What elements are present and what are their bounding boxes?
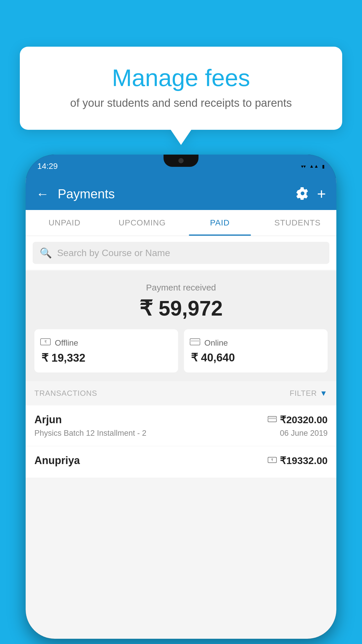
transaction-top: Anupriya ₹ ₹19332.00 xyxy=(34,454,328,467)
transaction-top: Arjun ₹20320.00 xyxy=(34,414,328,426)
transaction-amount-wrap: ₹20320.00 xyxy=(268,414,328,426)
back-button[interactable]: ← xyxy=(36,187,49,201)
filter-icon: ▼ xyxy=(320,389,328,398)
signal-icon: ▲▲ xyxy=(309,164,319,169)
online-payment-icon xyxy=(268,416,277,424)
payment-cards: ₹ Offline ₹ 19,332 xyxy=(34,329,328,372)
status-bar: 14:29 ▾▾ ▲▲ ▮ xyxy=(26,155,336,178)
search-input[interactable]: Search by Course or Name xyxy=(57,248,170,258)
table-row[interactable]: Arjun ₹20320.00 Physics Batch 12 Install… xyxy=(26,405,336,446)
payment-summary: Payment received ₹ 59,972 ₹ Offline xyxy=(26,271,336,381)
transaction-bottom: Physics Batch 12 Installment - 2 06 June… xyxy=(34,429,328,438)
app-screen: ← Payments + UNPAID UPCOMING PAID STUDEN… xyxy=(26,178,336,639)
table-row[interactable]: Anupriya ₹ ₹19332.00 xyxy=(26,446,336,478)
bubble-subtitle: of your students and send receipts to pa… xyxy=(34,97,328,109)
transaction-date: 06 June 2019 xyxy=(280,429,328,438)
rupee-icon-svg: ₹ xyxy=(268,456,277,463)
search-container: 🔍 Search by Course or Name xyxy=(26,236,336,270)
credit-card-icon xyxy=(190,337,200,348)
status-time: 14:29 xyxy=(37,162,58,171)
card-icon-svg xyxy=(268,416,277,423)
transaction-course: Physics Batch 12 Installment - 2 xyxy=(34,429,146,438)
search-icon: 🔍 xyxy=(40,247,52,259)
speech-bubble: Manage fees of your students and send re… xyxy=(20,47,342,130)
transaction-amount-wrap: ₹ ₹19332.00 xyxy=(268,455,328,466)
transaction-amount: ₹19332.00 xyxy=(280,455,328,466)
search-bar[interactable]: 🔍 Search by Course or Name xyxy=(33,242,329,264)
online-label: Online xyxy=(204,338,228,348)
camera-dot xyxy=(178,158,184,163)
svg-rect-3 xyxy=(190,340,200,342)
online-card: Online ₹ 40,640 xyxy=(184,329,328,372)
tabs-bar: UNPAID UPCOMING PAID STUDENTS xyxy=(26,210,336,236)
payment-received-label: Payment received xyxy=(34,283,328,293)
phone-notch xyxy=(164,155,198,167)
transaction-name: Anupriya xyxy=(34,454,80,467)
svg-text:₹: ₹ xyxy=(44,340,47,344)
status-icons: ▾▾ ▲▲ ▮ xyxy=(301,164,325,169)
svg-rect-5 xyxy=(268,418,277,419)
settings-icon[interactable] xyxy=(296,187,309,201)
transactions-label: TRANSACTIONS xyxy=(34,389,97,398)
wifi-icon: ▾▾ xyxy=(301,164,306,169)
offline-amount: ₹ 19,332 xyxy=(40,351,172,364)
payment-total-amount: ₹ 59,972 xyxy=(34,296,328,321)
add-button[interactable]: + xyxy=(317,185,326,203)
offline-card-header: ₹ Offline xyxy=(40,337,172,349)
svg-text:₹: ₹ xyxy=(271,458,273,462)
filter-button[interactable]: FILTER ▼ xyxy=(290,389,328,398)
top-bar: ← Payments + xyxy=(26,178,336,210)
phone-frame: 14:29 ▾▾ ▲▲ ▮ ← Payments + xyxy=(26,155,336,639)
filter-label: FILTER xyxy=(290,389,317,398)
bubble-title: Manage fees xyxy=(34,64,328,92)
top-bar-icons: + xyxy=(296,185,326,203)
card-svg xyxy=(190,338,200,346)
tab-paid[interactable]: PAID xyxy=(181,210,259,236)
transaction-name: Arjun xyxy=(34,414,62,426)
transactions-header: TRANSACTIONS FILTER ▼ xyxy=(26,381,336,405)
gear-svg xyxy=(296,187,309,200)
transaction-amount: ₹20320.00 xyxy=(280,414,328,426)
page-title: Payments xyxy=(58,187,287,201)
offline-card: ₹ Offline ₹ 19,332 xyxy=(34,329,178,372)
online-amount: ₹ 40,640 xyxy=(190,351,322,364)
offline-payment-icon: ₹ xyxy=(268,456,277,465)
tab-upcoming[interactable]: UPCOMING xyxy=(103,210,181,236)
offline-label: Offline xyxy=(55,338,78,348)
online-card-header: Online xyxy=(190,337,322,348)
offline-icon: ₹ xyxy=(40,337,51,349)
tab-students[interactable]: STUDENTS xyxy=(259,210,337,236)
rupee-note-svg: ₹ xyxy=(40,337,51,346)
tab-unpaid[interactable]: UNPAID xyxy=(26,210,103,236)
battery-icon: ▮ xyxy=(322,164,325,169)
